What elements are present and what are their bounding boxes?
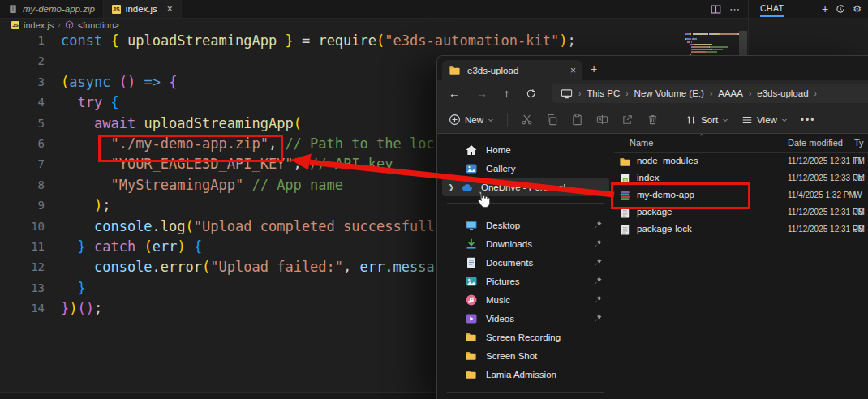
minimap-line	[685, 41, 739, 43]
file-name: index	[637, 173, 660, 182]
back-icon[interactable]: ←	[449, 87, 460, 100]
pin-icon	[593, 238, 603, 248]
address-crumb[interactable]: e3ds-upload	[757, 88, 808, 98]
split-editor-icon[interactable]	[711, 4, 721, 15]
column-headers: ⌃ Name Date modified Ty	[614, 134, 868, 153]
rename-icon[interactable]	[596, 114, 608, 126]
chevron-right-icon: ›	[578, 89, 581, 98]
address-breadcrumb[interactable]: ›This PC›New Volume (E:)›AAAA›e3ds-uploa…	[552, 84, 868, 103]
sidebar-item-home[interactable]: Home	[442, 140, 609, 159]
line-number: 12	[0, 257, 45, 277]
folder-icon	[465, 350, 478, 363]
annotation-box-code	[98, 135, 283, 162]
sidebar-item-onedrive-personal[interactable]: ❯OneDrive - Personal	[442, 178, 609, 196]
cut-icon[interactable]	[521, 114, 533, 126]
breadcrumb-symbol[interactable]: <function>	[78, 20, 119, 30]
close-icon[interactable]: ×	[570, 65, 576, 76]
sidebar-item-pictures[interactable]: Pictures	[442, 272, 609, 290]
pictures-icon	[465, 275, 478, 288]
symbol-cube-icon	[65, 20, 74, 29]
pin-icon	[593, 257, 603, 267]
zip-file-icon	[8, 4, 18, 14]
paste-icon[interactable]	[571, 114, 583, 126]
breadcrumb-file[interactable]: index.js	[24, 20, 54, 30]
close-tab-icon[interactable]: ×	[167, 4, 173, 14]
minimap-line	[685, 38, 739, 40]
more-options-icon[interactable]: •••	[801, 114, 816, 126]
address-crumb[interactable]: This PC	[587, 88, 620, 98]
code-line[interactable]: 1const { uploadStreamingApp } = require(…	[0, 31, 747, 51]
file-date-modified: 11/12/2025 12:31 PM	[788, 225, 865, 234]
up-icon[interactable]: ↑	[504, 87, 509, 100]
breadcrumb[interactable]: JS index.js › <function>	[0, 19, 758, 31]
editor-tab-index-js[interactable]: JS index.js ×	[104, 0, 182, 18]
column-header-date[interactable]: Date modified	[788, 138, 843, 148]
minimap-line	[685, 51, 739, 53]
forward-icon[interactable]: →	[476, 87, 488, 100]
line-number: 2	[0, 51, 45, 71]
delete-icon[interactable]	[647, 114, 659, 126]
code-text: const { uploadStreamingApp } = require("…	[61, 31, 576, 51]
explorer-tab[interactable]: e3ds-upload ×	[442, 60, 582, 80]
line-number: 8	[0, 175, 45, 195]
code-text: await uploadStreamingApp(	[61, 114, 302, 134]
new-button-label: New	[465, 115, 483, 125]
sidebar-item-screen-shot[interactable]: Screen Shot	[442, 346, 609, 365]
file-type: W	[854, 191, 862, 200]
line-number: 5	[0, 114, 45, 134]
address-crumb[interactable]: AAAA	[718, 88, 743, 98]
column-header-name[interactable]: Name	[630, 138, 653, 148]
folder-icon	[465, 368, 478, 381]
minimap-line	[685, 49, 739, 50]
sidebar-item-label: Lamia Admission	[486, 370, 556, 380]
gallery-icon	[465, 162, 478, 175]
file-row-node_modules[interactable]: node_modules11/12/2025 12:31 PMFi	[614, 153, 868, 170]
new-tab-icon[interactable]: +	[591, 62, 597, 75]
pin-icon	[593, 313, 603, 323]
more-actions-icon[interactable]: ⋯	[729, 3, 741, 15]
sidebar-item-label: OneDrive - Personal	[481, 182, 565, 192]
pin-icon	[593, 294, 603, 304]
code-text: console.log("Upload completed successful…	[61, 217, 435, 237]
file-explorer-window: e3ds-upload × + ← → ↑ ›This PC›New Volum…	[436, 55, 868, 399]
editor-tab-my-demo-app-zip[interactable]: my-demo-app.zip	[0, 0, 104, 18]
new-button[interactable]: New	[449, 114, 494, 126]
address-crumb[interactable]: New Volume (E:)	[634, 88, 704, 98]
line-number: 7	[0, 154, 45, 174]
music-icon	[465, 294, 478, 307]
explorer-title-bar[interactable]: e3ds-upload × +	[437, 56, 868, 80]
refresh-icon[interactable]	[526, 88, 536, 99]
sidebar-item-gallery[interactable]: Gallery	[442, 159, 609, 178]
sidebar-item-desktop[interactable]: Desktop	[442, 216, 609, 234]
sidebar-item-documents[interactable]: Documents	[442, 253, 609, 272]
file-row-package-lock[interactable]: package-lock11/12/2025 12:31 PMJS	[614, 221, 868, 238]
sidebar-item-label: Gallery	[486, 164, 515, 174]
sort-button[interactable]: Sort	[685, 114, 728, 126]
tab-chat[interactable]: CHAT	[760, 3, 784, 15]
new-chat-icon[interactable]: +	[822, 3, 828, 15]
sidebar-item-screen-recording[interactable]: Screen Recording	[442, 328, 609, 346]
gear-icon[interactable]: ⚙	[853, 4, 862, 14]
view-button[interactable]: View	[741, 114, 788, 126]
navigation-pane: HomeGallery❯OneDrive - PersonalDesktopDo…	[437, 134, 614, 399]
copy-icon[interactable]	[546, 114, 558, 126]
file-date-modified: 11/4/2025 1:32 PM	[788, 191, 856, 200]
file-type: Fi	[854, 157, 861, 165]
share-icon[interactable]	[621, 114, 634, 126]
chat-history-icon[interactable]	[836, 4, 845, 14]
file-date-modified: 11/12/2025 12:33 PM	[788, 174, 865, 182]
sidebar-item-label: Screen Shot	[486, 351, 537, 361]
sidebar-item-lamia-admission[interactable]: Lamia Admission	[442, 365, 609, 384]
chevron-right-icon[interactable]: ❯	[442, 183, 460, 191]
line-number: 6	[0, 134, 45, 154]
sidebar-item-videos[interactable]: Videos	[442, 309, 609, 328]
column-header-type[interactable]: Ty	[854, 138, 864, 148]
sidebar-item-music[interactable]: Music	[442, 290, 609, 309]
minimap-line	[685, 46, 739, 48]
svg-text:JS: JS	[623, 178, 627, 182]
pin-icon	[593, 276, 603, 285]
minimap-line	[685, 36, 739, 37]
sidebar-item-label: Videos	[486, 314, 514, 324]
sidebar-group-pinned: DesktopDownloadsDocumentsPicturesMusicVi…	[437, 204, 614, 384]
sidebar-item-downloads[interactable]: Downloads	[442, 234, 609, 253]
